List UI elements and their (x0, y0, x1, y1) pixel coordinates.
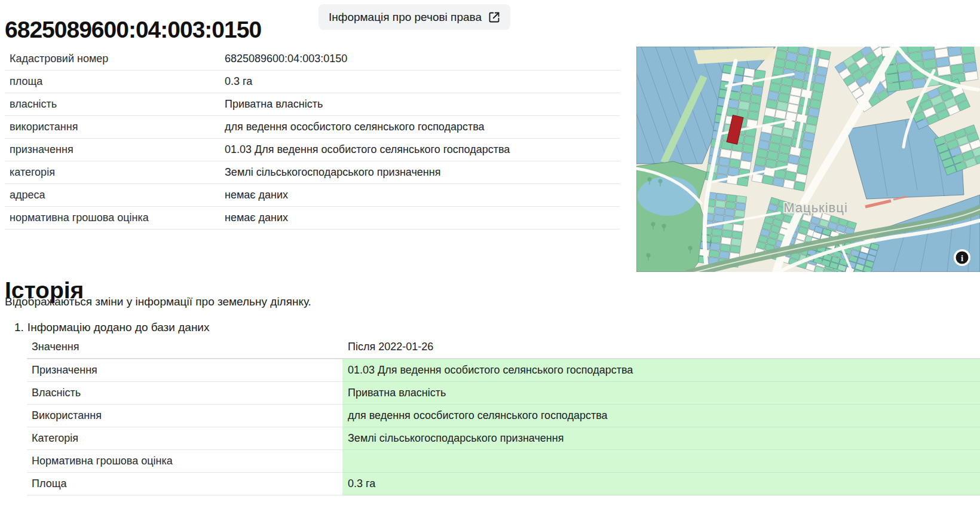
cadastral-map-canvas: Мацьківціi (636, 47, 980, 272)
row-label: Власність (27, 382, 342, 405)
row-value: Землі сільськогосподарського призначення (225, 166, 620, 179)
table-row: використання для ведення ососбистого сел… (5, 116, 620, 139)
table-row: площа 0.3 га (5, 71, 620, 93)
row-label: призначення (5, 143, 225, 156)
property-rights-button[interactable]: Інформація про речові права (318, 4, 510, 30)
cadastral-map-preview[interactable]: Мацьківціi (636, 47, 980, 272)
table-row: адреса немає даних (5, 184, 620, 207)
row-label: Використання (27, 405, 342, 427)
row-value: Приватна власність (342, 382, 980, 405)
svg-text:i: i (961, 253, 963, 263)
table-row: власність Приватна власність (5, 93, 620, 116)
history-table: Значення Після 2022-01-26 Призначення 01… (27, 336, 980, 495)
row-value: немає даних (225, 189, 620, 201)
history-description: Відображаються зміни у інформації про зе… (5, 295, 311, 308)
table-row: призначення 01.03 Для ведення особистого… (5, 139, 620, 161)
row-value: Землі сільськогосподарського призначення (342, 427, 980, 450)
page-title: 6825089600:04:003:0150 (5, 17, 261, 43)
row-value: для ведення ососбистого селянського госп… (342, 405, 980, 427)
map-info-icon: i (954, 249, 970, 266)
row-label: використання (5, 121, 225, 133)
row-value: 0.3 га (225, 75, 620, 88)
row-label: категорія (5, 166, 225, 179)
table-row: Категорія Землі сільськогосподарського п… (27, 427, 980, 450)
external-link-icon (488, 11, 500, 23)
parcel-info-table: Кадастровий номер 6825089600:04:003:0150… (5, 48, 620, 230)
table-row: Призначення 01.03 Для ведення особистого… (27, 359, 980, 382)
table-row: категорія Землі сільськогосподарського п… (5, 161, 620, 184)
row-label: Призначення (27, 359, 342, 382)
history-item-text: Інформацію додано до бази даних (27, 321, 210, 334)
row-label: власність (5, 98, 225, 111)
row-value: 01.03 Для ведення особистого селянського… (225, 143, 620, 156)
row-label: Значення (27, 336, 342, 359)
table-row: Нормативна грошова оцінка (27, 450, 980, 473)
table-row: Кадастровий номер 6825089600:04:003:0150 (5, 48, 620, 71)
row-value: 6825089600:04:003:0150 (225, 53, 620, 65)
row-label: Кадастровий номер (5, 53, 225, 65)
history-item-title: 1.Інформацію додано до бази даних (14, 321, 209, 334)
row-label: адреса (5, 189, 225, 201)
row-value (342, 450, 980, 473)
row-value: для ведення ососбистого селянського госп… (225, 121, 620, 133)
table-row: Використання для ведення ососбистого сел… (27, 405, 980, 427)
row-label: нормативна грошова оцінка (5, 212, 225, 224)
row-value: Після 2022-01-26 (342, 336, 980, 359)
history-header-row: Значення Після 2022-01-26 (27, 336, 980, 359)
row-value: Приватна власність (225, 98, 620, 111)
row-label: Категорія (27, 427, 342, 450)
map-village-label: Мацьківці (783, 200, 848, 215)
row-label: Нормативна грошова оцінка (27, 450, 342, 473)
table-row: Площа 0.3 га (27, 473, 980, 495)
row-label: площа (5, 75, 225, 88)
row-value: 0.3 га (342, 473, 980, 495)
table-row: нормативна грошова оцінка немає даних (5, 207, 620, 230)
table-row: Власність Приватна власність (27, 382, 980, 405)
row-label: Площа (27, 473, 342, 495)
row-value: 01.03 Для ведення особистого селянського… (342, 359, 980, 382)
row-value: немає даних (225, 212, 620, 224)
property-rights-button-label: Інформація про речові права (329, 11, 482, 24)
history-item-number: 1. (14, 321, 24, 334)
